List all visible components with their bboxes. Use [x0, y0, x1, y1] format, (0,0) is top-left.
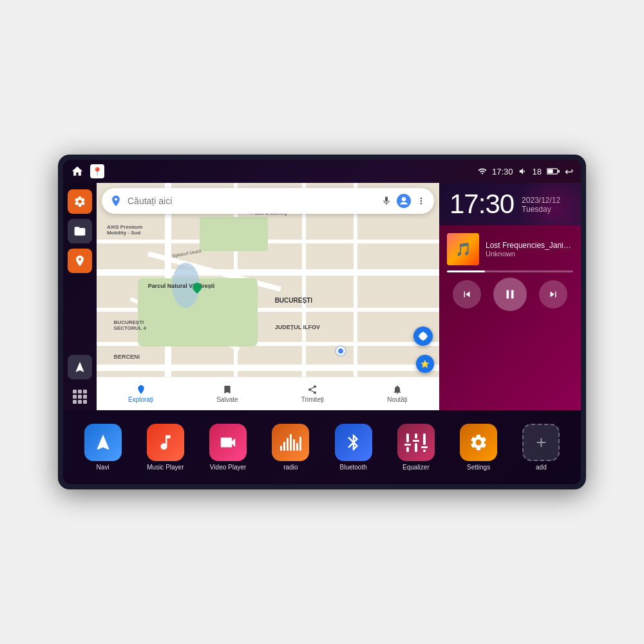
add-icon-bg: +: [522, 424, 560, 461]
main-content: AXIS PremiumMobility - Sud Pizza & Baker…: [63, 183, 581, 410]
sidebar-navigate-button[interactable]: [68, 355, 92, 379]
map-area[interactable]: AXIS PremiumMobility - Sud Pizza & Baker…: [97, 183, 439, 410]
clock-date: 2023/12/12 Tuesday: [522, 191, 560, 214]
app-equalizer[interactable]: Equalizer: [386, 424, 445, 471]
battery-icon: [547, 167, 560, 175]
volume-icon: [518, 167, 527, 176]
map-search-bar: [102, 188, 434, 214]
music-progress-fill: [447, 270, 485, 272]
next-button[interactable]: [539, 280, 567, 308]
video-player-label: Video Player: [210, 464, 247, 471]
map-tab-share[interactable]: Trimiteți: [301, 384, 324, 403]
account-icon[interactable]: [397, 194, 411, 208]
map-location-button[interactable]: [413, 327, 433, 346]
sidebar-files-button[interactable]: [68, 219, 92, 243]
svg-rect-2: [547, 169, 553, 173]
radio-label: radio: [283, 464, 298, 471]
bluetooth-label: Bluetooth: [339, 464, 366, 471]
status-right: 17:30 18 ↩: [478, 166, 573, 178]
app-video-player[interactable]: Video Player: [199, 424, 258, 471]
back-button[interactable]: ↩: [565, 166, 573, 178]
sidebar-settings-button[interactable]: [68, 189, 92, 214]
music-icon-bg: [147, 424, 184, 461]
video-icon-bg: [209, 424, 247, 461]
clock-time: 17:30: [450, 191, 514, 218]
music-details: Lost Frequencies_Janie... Unknown: [486, 241, 573, 258]
right-panel: 17:30 2023/12/12 Tuesday Los: [439, 183, 581, 410]
music-controls: [447, 278, 573, 311]
clock-day-value: Tuesday: [522, 205, 560, 214]
music-info: Lost Frequencies_Janie... Unknown: [447, 233, 573, 265]
prev-button[interactable]: [453, 280, 481, 308]
map-tab-explore[interactable]: Explorați: [128, 384, 153, 403]
map-search-input[interactable]: [128, 196, 376, 206]
equalizer-label: Equalizer: [402, 464, 430, 471]
map-tabs: Explorați Salvate Trimiteți Noutăți: [97, 377, 439, 410]
app-navi[interactable]: Navi: [73, 424, 132, 471]
app-dock: Navi Music Player Video Player: [63, 410, 581, 484]
status-left: 📍: [71, 164, 104, 178]
app-add[interactable]: + add: [512, 424, 571, 471]
add-label: add: [536, 464, 547, 471]
clock-widget: 17:30 2023/12/12 Tuesday: [439, 183, 581, 225]
clock-date-value: 2023/12/12: [522, 196, 560, 205]
radio-icon-bg: [272, 424, 309, 461]
settings-label: Settings: [467, 464, 490, 471]
music-artist: Unknown: [486, 250, 573, 258]
sidebar-apps-button[interactable]: [73, 390, 87, 404]
app-bluetooth[interactable]: Bluetooth: [324, 424, 383, 471]
status-battery-num: 18: [533, 167, 542, 176]
play-pause-button[interactable]: [493, 278, 527, 311]
bt-icon-bg: [335, 424, 372, 461]
app-radio[interactable]: radio: [261, 424, 320, 471]
signal-icon: [478, 167, 487, 176]
music-player-widget: Lost Frequencies_Janie... Unknown: [439, 225, 581, 410]
map-tab-saved[interactable]: Salvate: [216, 384, 238, 403]
album-art: [447, 233, 479, 265]
svg-point-3: [115, 198, 117, 200]
device: 📍 17:30 18 ↩: [58, 155, 586, 489]
music-player-label: Music Player: [147, 464, 184, 471]
music-progress-bar[interactable]: [447, 270, 573, 272]
svg-rect-1: [558, 170, 560, 173]
star-button[interactable]: ⭐: [416, 355, 434, 373]
app-music-player[interactable]: Music Player: [136, 424, 194, 471]
home-icon[interactable]: [71, 165, 84, 178]
maps-status-icon: 📍: [90, 164, 104, 178]
navi-icon-bg: [84, 424, 122, 461]
settings-icon-bg: [460, 424, 497, 461]
menu-icon[interactable]: [416, 196, 426, 206]
eq-icon-bg: [397, 424, 435, 461]
mic-icon[interactable]: [381, 196, 392, 206]
album-art-image: [447, 233, 479, 265]
map-tab-news[interactable]: Noutăți: [387, 384, 408, 403]
status-bar: 📍 17:30 18 ↩: [63, 160, 581, 183]
screen: 📍 17:30 18 ↩: [63, 160, 581, 484]
navi-label: Navi: [97, 464, 109, 471]
left-sidebar: [63, 183, 97, 410]
status-time: 17:30: [492, 167, 513, 176]
sidebar-maps-button[interactable]: [68, 249, 92, 273]
music-title: Lost Frequencies_Janie...: [486, 241, 573, 250]
svg-point-5: [402, 197, 406, 201]
google-maps-logo: [109, 194, 122, 207]
app-settings[interactable]: Settings: [450, 424, 508, 471]
